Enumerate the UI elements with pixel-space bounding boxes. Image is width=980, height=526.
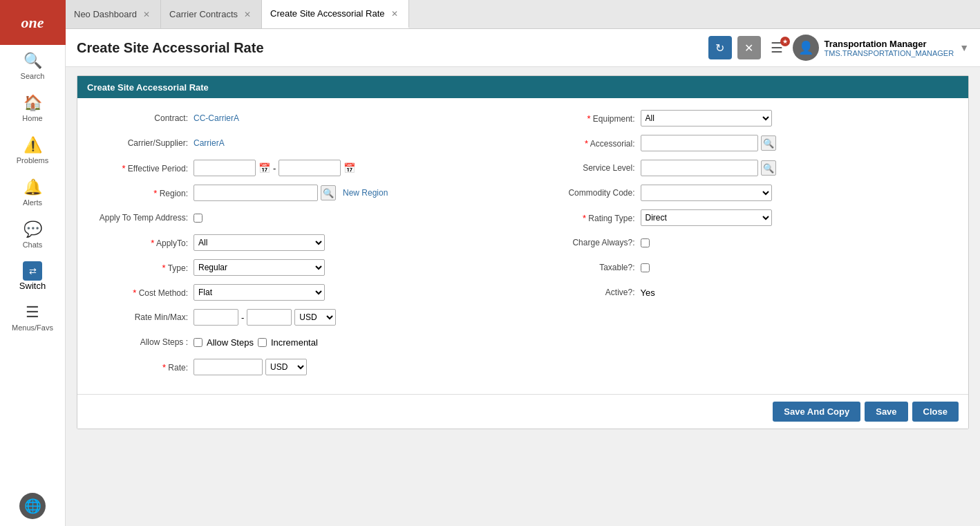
calendar-start-icon[interactable]: 📅 [258, 162, 270, 173]
sidebar-item-problems[interactable]: ⚠️ Problems [0, 129, 65, 171]
tab-carrier-contracts[interactable]: Carrier Contracts ✕ [161, 0, 262, 28]
rate-input-group: USD [194, 359, 307, 375]
equipment-select[interactable]: All [641, 110, 772, 126]
save-and-copy-button[interactable]: Save And Copy [773, 402, 860, 422]
menus-icon: ☰ [26, 303, 39, 321]
label-apply-temp: Apply To Temp Address: [83, 213, 194, 223]
label-cost-method: * Cost Method: [83, 288, 194, 298]
star-badge: ★ [780, 37, 790, 46]
sidebar-item-search[interactable]: 🔍 Search [0, 45, 65, 87]
accessorial-search-button[interactable]: 🔍 [761, 135, 776, 151]
user-info[interactable]: 👤 Transportation Manager TMS.TRANSPORTAT… [793, 35, 970, 61]
close-form-button[interactable]: Close [912, 402, 959, 422]
sidebar-item-switch[interactable]: ⇄ Switch [0, 256, 65, 297]
region-search-button[interactable]: 🔍 [321, 185, 336, 200]
rate-currency-select[interactable]: USD [294, 309, 336, 326]
save-button[interactable]: Save [865, 402, 907, 422]
form-card-header: Create Site Accessorial Rate [77, 76, 968, 98]
page-title: Create Site Accessorial Rate [77, 40, 708, 56]
form-body: Contract: CC-CarrierA Carrier/Supplier: … [77, 98, 968, 394]
allow-steps-label: Allow Steps [207, 337, 254, 348]
calendar-end-icon[interactable]: 📅 [343, 162, 355, 173]
sidebar-item-menus[interactable]: ☰ Menus/Favs [0, 297, 65, 339]
form-col-left: Contract: CC-CarrierA Carrier/Supplier: … [83, 109, 516, 383]
rate-max-input[interactable] [247, 309, 292, 326]
label-service-level: Service Level: [530, 163, 641, 173]
switch-arrows-icon: ⇄ [29, 266, 37, 276]
tab-close-carrier-contracts[interactable]: ✕ [242, 9, 253, 20]
service-level-search-button[interactable]: 🔍 [761, 160, 776, 176]
form-row-effective-period: * Effective Period: 📅 - 📅 [83, 159, 516, 177]
user-text: Transportation Manager TMS.TRANSPORTATIO… [824, 39, 954, 57]
form-col-right: * Equipment: All * Accessorial: 🔍 [530, 109, 963, 383]
sidebar-bottom: 🌐 [19, 493, 46, 526]
user-dropdown-icon[interactable]: ▼ [959, 42, 969, 53]
tab-neo-dashboard[interactable]: Neo Dashboard ✕ [66, 0, 161, 28]
close-button[interactable]: ✕ [737, 36, 761, 59]
avatar: 👤 [793, 35, 819, 61]
taxable-checkbox[interactable] [641, 263, 650, 272]
label-taxable: Taxable?: [530, 263, 641, 272]
region-input[interactable] [194, 185, 318, 201]
label-rate-minmax: Rate Min/Max: [83, 312, 194, 322]
logo-text: one [21, 14, 44, 32]
apply-to-select[interactable]: All [194, 234, 325, 251]
accessorial-input[interactable] [641, 135, 758, 151]
form-row-commodity-code: Commodity Code: [530, 184, 963, 202]
effective-period-start[interactable] [194, 160, 256, 176]
value-carrier[interactable]: CarrierA [194, 138, 225, 148]
label-contract: Contract: [83, 113, 194, 123]
problems-icon: ⚠️ [23, 136, 42, 154]
form-row-active: Active?: Yes [530, 283, 963, 301]
tab-close-neo-dashboard[interactable]: ✕ [141, 9, 152, 20]
sidebar-item-alerts[interactable]: 🔔 Alerts [0, 171, 65, 214]
cost-method-select[interactable]: Flat [194, 284, 325, 301]
sidebar-item-label: Home [22, 114, 42, 122]
rate-input[interactable] [194, 359, 263, 375]
form-card: Create Site Accessorial Rate Contract: C… [77, 75, 969, 429]
sidebar-item-chats[interactable]: 💬 Chats [0, 214, 65, 256]
app-logo[interactable]: one [0, 0, 66, 45]
form-section-title: Create Site Accessorial Rate [87, 82, 209, 93]
header-actions: ↻ ✕ ☰ ★ 👤 Transportation Manager TMS.TRA… [708, 35, 970, 61]
rating-type-select[interactable]: Direct [641, 209, 772, 226]
rate-currency-select2[interactable]: USD [265, 359, 307, 375]
search-icon: 🔍 [23, 52, 42, 70]
menu-button[interactable]: ☰ ★ [766, 39, 787, 56]
incremental-checkbox[interactable] [258, 338, 267, 347]
form-row-rate: * Rate: USD [83, 358, 516, 376]
allow-steps-group: Allow Steps Incremental [194, 337, 318, 348]
effective-period-end[interactable] [279, 160, 341, 176]
chats-icon: 💬 [23, 220, 42, 238]
charge-always-checkbox[interactable] [641, 238, 650, 247]
allow-steps-checkbox[interactable] [194, 338, 202, 347]
label-commodity-code: Commodity Code: [530, 188, 641, 198]
commodity-code-select[interactable] [641, 185, 772, 201]
switch-label: Switch [19, 281, 46, 291]
label-carrier: Carrier/Supplier: [83, 138, 194, 148]
form-row-equipment: * Equipment: All [530, 109, 963, 127]
sidebar-item-label: Chats [23, 241, 43, 249]
service-level-input[interactable] [641, 160, 758, 176]
refresh-button[interactable]: ↻ [708, 36, 732, 59]
rate-minmax-separator: - [241, 312, 244, 323]
tab-label: Neo Dashboard [74, 9, 137, 19]
sidebar-item-home[interactable]: 🏠 Home [0, 87, 65, 129]
form-row-apply-to: * ApplyTo: All [83, 234, 516, 252]
switch-icons: ⇄ [23, 261, 42, 281]
type-select[interactable]: Regular [194, 259, 325, 276]
tab-close-create-rate[interactable]: ✕ [389, 8, 400, 19]
sidebar-item-label: Menus/Favs [12, 323, 53, 332]
header-bar: Create Site Accessorial Rate ↻ ✕ ☰ ★ 👤 T… [66, 29, 980, 67]
label-charge-always: Charge Always?: [530, 238, 641, 247]
form-row-rate-minmax: Rate Min/Max: - USD [83, 308, 516, 326]
service-level-input-group: 🔍 [641, 160, 776, 176]
label-rate: * Rate: [83, 362, 194, 373]
rate-min-input[interactable] [194, 309, 238, 326]
apply-temp-checkbox[interactable] [194, 214, 202, 223]
new-region-link[interactable]: New Region [343, 188, 388, 198]
tab-create-site-accessorial-rate[interactable]: Create Site Accessorial Rate ✕ [262, 0, 408, 28]
form-row-region: * Region: 🔍 New Region [83, 184, 516, 202]
world-icon[interactable]: 🌐 [19, 493, 46, 519]
alerts-icon: 🔔 [23, 178, 42, 196]
